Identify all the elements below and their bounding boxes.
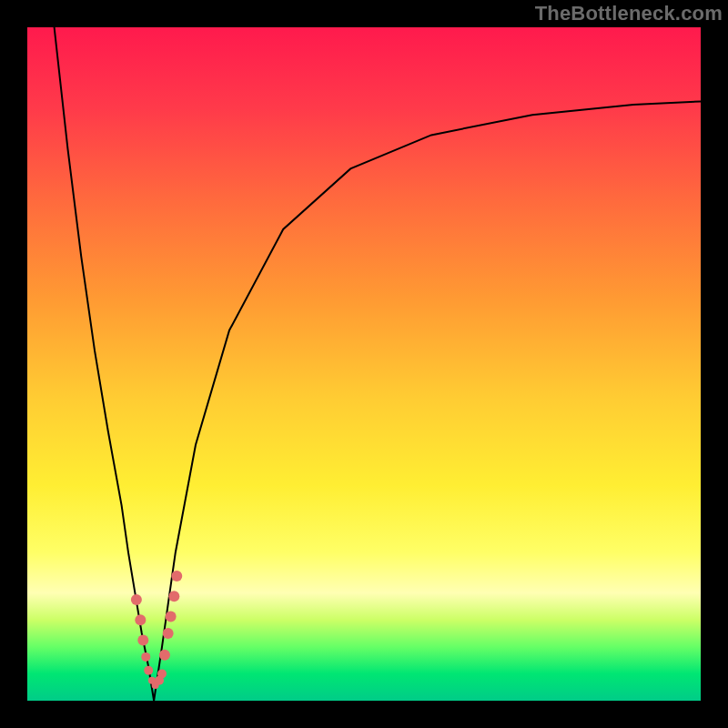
plot-area bbox=[27, 27, 701, 701]
data-marker bbox=[141, 652, 150, 662]
curve-overlay bbox=[27, 27, 701, 701]
data-marker bbox=[157, 669, 167, 678]
data-marker bbox=[166, 612, 177, 622]
data-marker bbox=[137, 634, 148, 645]
data-marker bbox=[163, 628, 174, 639]
data-marker bbox=[131, 594, 142, 605]
watermark-text: TheBottleneck.com bbox=[535, 2, 723, 25]
data-marker bbox=[144, 666, 153, 675]
curve-right-branch bbox=[154, 101, 701, 701]
data-marker bbox=[159, 650, 170, 661]
data-marker bbox=[168, 591, 179, 602]
data-marker bbox=[171, 571, 182, 581]
chart-container: TheBottleneck.com bbox=[0, 0, 728, 728]
data-marker bbox=[135, 614, 146, 625]
